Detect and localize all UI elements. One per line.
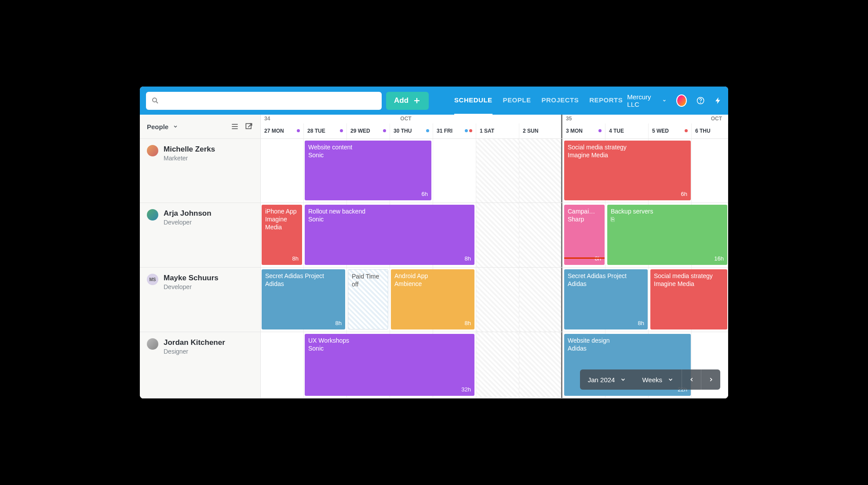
date-navigator: Jan 2024 Weeks — [580, 369, 720, 390]
task-hours: 6h — [681, 191, 687, 198]
task-block[interactable]: Paid Time off — [348, 269, 388, 329]
day-header: 30 THU — [390, 123, 433, 138]
person-avatar — [147, 338, 158, 350]
bolt-icon[interactable] — [714, 96, 722, 105]
task-block[interactable]: Social media strategyImagine Media6h — [564, 141, 691, 200]
week-header: 34OCT — [261, 115, 562, 123]
task-title: Backup servers — [611, 207, 724, 215]
chevron-down-icon — [662, 98, 667, 103]
header: Add SCHEDULE PEOPLE PROJECTS REPORTS Mer… — [140, 87, 728, 115]
task-hours: 8h — [465, 320, 471, 327]
task-hours: 8h — [292, 255, 299, 263]
person-row[interactable]: Jordan KitchenerDesigner — [140, 332, 260, 398]
task-title: UX Workshops — [308, 337, 471, 344]
day-header: 3 MON — [562, 123, 605, 138]
task-block[interactable]: Social media strategyImagine Media — [650, 269, 727, 329]
person-row[interactable]: Michelle ZerksMarketer — [140, 139, 260, 203]
task-title: iPhone App — [265, 207, 299, 215]
task-project: Imagine Media — [654, 280, 724, 288]
plus-icon — [413, 97, 421, 105]
task-title: Rollout new backend — [308, 207, 471, 215]
day-header: 27 MON — [261, 123, 304, 138]
svg-point-5 — [700, 102, 700, 103]
help-icon[interactable] — [697, 96, 704, 105]
export-icon[interactable] — [244, 122, 253, 131]
main-nav: SCHEDULE PEOPLE PROJECTS REPORTS — [454, 96, 623, 105]
chevron-down-icon — [667, 376, 674, 383]
schedule-row[interactable]: Website contentSonic6hSocial media strat… — [261, 139, 728, 203]
person-row[interactable]: Arja JohnsonDeveloper — [140, 203, 260, 268]
schedule-row[interactable]: iPhone AppImagine Media8hRollout new bac… — [261, 203, 728, 268]
task-block[interactable]: Secret Adidas ProjectAdidas8h — [564, 269, 648, 329]
group-selector[interactable]: People — [147, 123, 178, 130]
day-header: 6 THU — [692, 123, 728, 138]
prev-button[interactable] — [682, 369, 701, 390]
day-header: 5 WED — [649, 123, 692, 138]
svg-point-0 — [153, 98, 157, 102]
chevron-down-icon — [173, 124, 178, 129]
task-title: Secret Adidas Project — [265, 272, 342, 280]
task-block[interactable]: UX WorkshopsSonic32h — [305, 334, 474, 396]
task-project: ⎘ — [611, 215, 724, 223]
person-name: Arja Johnson — [164, 209, 212, 218]
subheader: People 34OCT 35OCT 27 MON28 TUE29 WED30 … — [140, 115, 728, 139]
task-title: Social media strategy — [654, 272, 724, 280]
next-button[interactable] — [701, 369, 720, 390]
task-title: Paid Time off — [352, 272, 384, 288]
task-block[interactable]: iPhone AppImagine Media8h — [262, 205, 302, 265]
date-selector[interactable]: Jan 2024 — [580, 376, 635, 384]
task-project: Ambience — [394, 280, 471, 288]
search-box[interactable] — [146, 92, 382, 110]
task-block[interactable]: Secret Adidas ProjectAdidas8h — [262, 269, 345, 329]
person-name: Jordan Kitchener — [164, 338, 225, 347]
task-block[interactable]: Campai…Sharp8h — [564, 205, 605, 265]
nav-projects[interactable]: PROJECTS — [541, 96, 579, 105]
overload-indicator — [564, 257, 605, 259]
task-hours: 32h — [461, 386, 471, 394]
task-hours: 8h — [465, 255, 471, 263]
task-block[interactable]: Backup servers⎘16h — [607, 205, 727, 265]
day-header: 31 FRI — [433, 123, 476, 138]
task-title: Website content — [308, 143, 428, 151]
task-hours: 8h — [638, 320, 644, 327]
nav-reports[interactable]: REPORTS — [589, 96, 623, 105]
org-label: Mercury LLC — [627, 93, 658, 108]
task-block[interactable]: Rollout new backendSonic8h — [305, 205, 474, 265]
user-avatar[interactable] — [676, 94, 687, 107]
org-selector[interactable]: Mercury LLC — [627, 93, 666, 108]
person-role: Designer — [164, 348, 225, 355]
task-project: Imagine Media — [568, 151, 687, 159]
person-role: Marketer — [164, 155, 215, 162]
search-input[interactable] — [163, 97, 376, 105]
task-hours: 16h — [714, 255, 724, 263]
task-project: Adidas — [568, 280, 644, 288]
task-project: Sonic — [308, 344, 471, 352]
day-header: 29 WED — [347, 123, 390, 138]
task-hours: 6h — [422, 191, 428, 198]
chevron-left-icon — [689, 376, 695, 383]
person-avatar — [147, 209, 158, 221]
task-block[interactable]: Website contentSonic6h — [305, 141, 431, 200]
task-title: Social media strategy — [568, 143, 687, 151]
list-view-icon[interactable] — [230, 122, 239, 131]
day-header: 2 SUN — [519, 123, 562, 138]
nav-schedule[interactable]: SCHEDULE — [454, 96, 492, 115]
add-button[interactable]: Add — [386, 92, 429, 110]
task-title: Android App — [394, 272, 471, 280]
view-selector[interactable]: Weeks — [634, 376, 682, 384]
person-name: Michelle Zerks — [164, 145, 215, 154]
person-row[interactable]: MSMayke SchuursDeveloper — [140, 268, 260, 332]
schedule-row[interactable]: Secret Adidas ProjectAdidas8hPaid Time o… — [261, 268, 728, 332]
task-hours: 8h — [595, 255, 601, 263]
task-block[interactable]: Android AppAmbience8h — [391, 269, 474, 329]
group-label: People — [147, 123, 168, 130]
svg-line-1 — [156, 101, 158, 103]
nav-people[interactable]: PEOPLE — [503, 96, 531, 105]
task-title: Website design — [568, 337, 687, 344]
add-label: Add — [394, 96, 408, 105]
svg-rect-9 — [246, 123, 251, 129]
task-project: Sonic — [308, 215, 471, 223]
person-avatar: MS — [147, 274, 158, 285]
chevron-right-icon — [708, 376, 714, 383]
task-title: Secret Adidas Project — [568, 272, 644, 280]
